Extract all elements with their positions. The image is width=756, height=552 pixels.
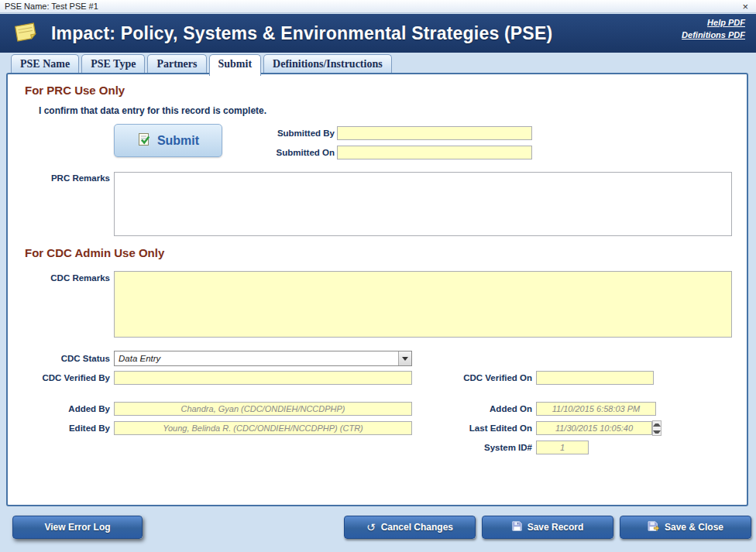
save-close-icon <box>648 521 659 533</box>
submitted-by-input[interactable] <box>337 126 532 140</box>
added-on-label: Added On <box>438 404 532 413</box>
save-record-button[interactable]: Save Record <box>482 516 613 539</box>
submit-button[interactable]: Submit <box>114 124 222 157</box>
save-icon <box>512 521 522 533</box>
tab-pse-name[interactable]: PSE Name <box>11 54 79 73</box>
last-edited-on-input <box>536 421 652 435</box>
cdc-remarks-label: CDC Remarks <box>15 273 110 283</box>
save-record-label: Save Record <box>527 522 584 533</box>
note-icon <box>12 21 39 46</box>
chevron-down-icon[interactable] <box>398 351 411 365</box>
submitted-by-label: Submitted By <box>225 129 335 138</box>
prc-remarks-textarea[interactable] <box>114 172 732 236</box>
tab-pse-type[interactable]: PSE Type <box>81 54 145 73</box>
confirm-text: I confirm that data entry for this recor… <box>39 105 266 116</box>
edited-by-input <box>114 421 412 435</box>
close-icon[interactable]: × <box>739 2 751 12</box>
save-and-close-label: Save & Close <box>665 522 723 533</box>
cdc-verified-on-input[interactable] <box>536 371 654 385</box>
undo-icon: ↺ <box>366 522 376 533</box>
pdf-links: Help PDF Definitions PDF <box>682 18 745 39</box>
submitted-on-input[interactable] <box>337 146 532 159</box>
added-by-input <box>114 402 412 416</box>
added-by-label: Added By <box>15 404 110 413</box>
cdc-verified-by-input[interactable] <box>114 371 412 385</box>
tab-definitions-instructions[interactable]: Definitions/Instructions <box>263 54 392 73</box>
cancel-changes-button[interactable]: ↺ Cancel Changes <box>344 516 476 539</box>
prc-section-heading: For PRC Use Only <box>25 84 125 97</box>
prc-remarks-label: PRC Remarks <box>15 173 110 183</box>
app-header: Impact: Policy, Systems & Environmental … <box>0 14 756 53</box>
spinner-down-icon[interactable] <box>653 428 661 435</box>
app-title: Impact: Policy, Systems & Environmental … <box>51 23 552 44</box>
window-title: PSE Name: Test PSE #1 <box>5 2 98 11</box>
cdc-remarks-textarea[interactable] <box>114 271 732 338</box>
last-edited-on-spinner[interactable] <box>652 420 662 436</box>
submitted-on-label: Submitted On <box>225 148 335 157</box>
cdc-verified-by-label: CDC Verified By <box>15 373 110 382</box>
cdc-section-heading: For CDC Admin Use Only <box>25 246 164 259</box>
titlebar: PSE Name: Test PSE #1 × <box>0 0 756 13</box>
spinner-up-icon[interactable] <box>653 421 661 428</box>
definitions-pdf-link[interactable]: Definitions PDF <box>682 30 745 39</box>
save-and-close-button[interactable]: Save & Close <box>620 516 751 539</box>
tab-partners[interactable]: Partners <box>147 54 206 73</box>
added-on-input <box>536 402 656 416</box>
cdc-verified-on-label: CDC Verified On <box>438 373 532 382</box>
cdc-status-value: Data Entry <box>115 354 398 363</box>
cancel-changes-label: Cancel Changes <box>381 522 453 533</box>
help-pdf-link[interactable]: Help PDF <box>707 18 745 27</box>
cdc-status-dropdown[interactable]: Data Entry <box>114 351 412 366</box>
cdc-status-label: CDC Status <box>15 354 110 363</box>
tab-bar: PSE Name PSE Type Partners Submit Defini… <box>11 54 392 76</box>
edited-by-label: Edited By <box>15 423 110 433</box>
view-error-log-label: View Error Log <box>44 522 110 533</box>
system-id-input <box>536 441 589 454</box>
submit-button-label: Submit <box>157 134 199 148</box>
system-id-label: System ID# <box>438 443 532 452</box>
tab-submit[interactable]: Submit <box>209 54 262 76</box>
view-error-log-button[interactable]: View Error Log <box>12 516 143 539</box>
submit-form-icon <box>137 132 151 149</box>
main-panel: For PRC Use Only I confirm that data ent… <box>6 73 748 506</box>
last-edited-on-label: Last Edited On <box>438 423 532 433</box>
